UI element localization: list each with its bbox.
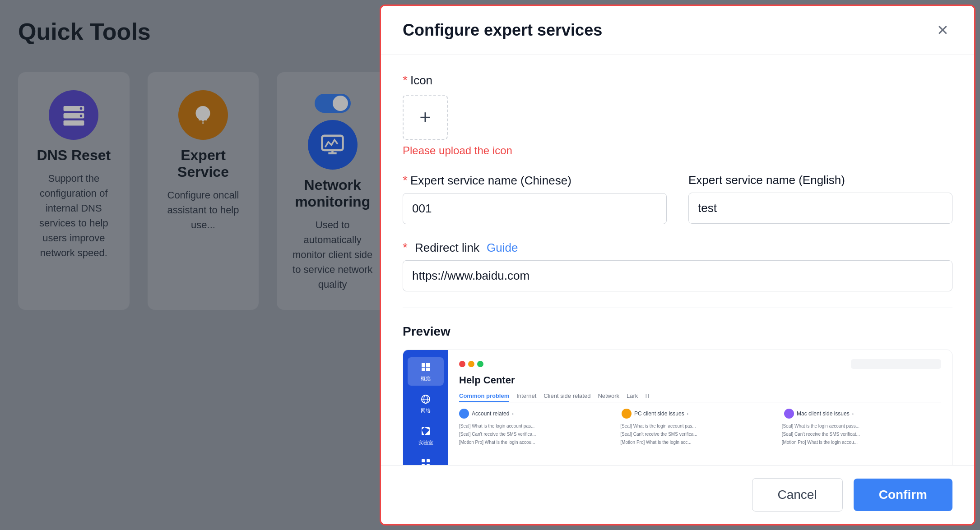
icon-upload-box[interactable]: + (403, 95, 448, 140)
preview-label: Preview (403, 324, 952, 339)
preview-item-2: [Seal] What is the login account pas... (620, 423, 780, 429)
preview-sidebar-icon-3 (419, 425, 432, 438)
preview-item-6: [Seal] Can't receive the SMS verificat..… (782, 431, 941, 438)
preview-tab-common: Common problem (459, 391, 509, 402)
redirect-section: * Redirect link Guide (403, 240, 952, 291)
preview-cat-arrow-1: › (512, 411, 513, 416)
dot-yellow (468, 361, 474, 367)
cancel-button[interactable]: Cancel (752, 478, 843, 512)
upload-error-text: Please upload the icon (403, 144, 952, 157)
preview-item-7: [Motion Pro] What is the login accou... (459, 439, 618, 446)
icon-label-text: Icon (410, 74, 432, 88)
preview-item-1: [Seal] What is the login account pas... (459, 423, 618, 429)
preview-window: 概览 网络 实验室 软 (403, 350, 952, 465)
modal-header: Configure expert services ✕ (381, 6, 974, 55)
preview-sidebar-item-2: 网络 (408, 389, 444, 418)
redirect-label-text: Redirect link (415, 241, 479, 255)
preview-item-9: [Motion Pro] What is the login accou... (782, 439, 941, 446)
preview-sidebar-text-2: 网络 (421, 407, 431, 414)
preview-cat-arrow-2: › (687, 411, 688, 416)
names-row: * Expert service name (Chinese) Expert s… (403, 173, 952, 224)
dot-red (459, 361, 465, 367)
preview-sidebar-text-1: 概览 (421, 375, 431, 382)
preview-category-1: Account related › (459, 409, 616, 419)
preview-sidebar-icon-1 (419, 361, 432, 373)
preview-item-3: [Seal] What is the login account pass... (782, 423, 941, 429)
preview-category-3: Mac client side issues › (784, 409, 941, 419)
preview-tab-network: Network (598, 391, 619, 402)
upload-plus-icon: + (419, 106, 431, 129)
preview-tabs: Common problem Internet Client side rela… (459, 391, 941, 402)
modal-footer: Cancel Confirm (381, 465, 974, 524)
confirm-button[interactable]: Confirm (854, 479, 952, 511)
preview-dots (459, 361, 483, 367)
modal-title: Configure expert services (403, 21, 602, 40)
name-cn-label: * Expert service name (Chinese) (403, 173, 667, 188)
close-button[interactable]: ✕ (933, 20, 952, 40)
configure-modal: Configure expert services ✕ * Icon + Ple… (380, 5, 975, 525)
preview-items: [Seal] What is the login account pas... … (459, 423, 941, 446)
name-en-input[interactable] (688, 193, 952, 224)
preview-item-4: [Seal] Can't receive the SMS verifica... (459, 431, 618, 438)
preview-cat-icon-2 (622, 409, 632, 419)
preview-item-8: [Motion Pro] What is the login acc... (620, 439, 780, 446)
preview-cat-arrow-3: › (852, 411, 854, 416)
name-cn-label-text: Expert service name (Chinese) (410, 174, 571, 188)
guide-link[interactable]: Guide (487, 241, 518, 255)
preview-main: Help Center Common problem Internet Clie… (448, 350, 952, 465)
preview-sidebar: 概览 网络 实验室 软 (403, 350, 448, 465)
preview-cat-icon-3 (784, 409, 794, 419)
required-star-icon: * (403, 73, 408, 88)
required-star-redirect: * (403, 240, 408, 255)
preview-search-bar (851, 359, 941, 369)
preview-tab-internet: Internet (516, 391, 536, 402)
preview-help-title: Help Center (459, 374, 941, 386)
name-en-label: Expert service name (English) (688, 173, 952, 187)
preview-sidebar-item-4: 软件库 (408, 453, 444, 465)
preview-cat-text-1: Account related (472, 410, 509, 417)
name-cn-input[interactable] (403, 193, 667, 224)
svg-rect-11 (422, 459, 425, 462)
redirect-input[interactable] (403, 260, 952, 291)
dot-green (477, 361, 483, 367)
preview-category-2: PC client side issues › (622, 409, 779, 419)
preview-sidebar-text-3: 实验室 (418, 439, 433, 446)
preview-sidebar-icon-2 (419, 393, 432, 406)
modal-body: * Icon + Please upload the icon * Expert… (381, 55, 974, 465)
name-cn-group: * Expert service name (Chinese) (403, 173, 667, 224)
redirect-label-row: * Redirect link Guide (403, 240, 952, 255)
preview-tab-it: IT (645, 391, 650, 402)
preview-cat-text-3: Mac client side issues (797, 410, 850, 417)
preview-item-5: [Seal] Can't receive the SMS verifica... (620, 431, 780, 438)
icon-field-label: * Icon (403, 73, 952, 88)
preview-tab-client: Client side related (543, 391, 590, 402)
icon-section: * Icon + Please upload the icon (403, 73, 952, 157)
preview-categories: Account related › PC client side issues … (459, 409, 941, 419)
preview-cat-text-2: PC client side issues (634, 410, 684, 417)
preview-titlebar (459, 359, 941, 369)
svg-rect-12 (427, 459, 430, 462)
divider (403, 308, 952, 308)
name-en-group: Expert service name (English) (688, 173, 952, 224)
required-star-cn: * (403, 173, 408, 188)
preview-tab-lark: Lark (627, 391, 638, 402)
preview-sidebar-item-1: 概览 (408, 357, 444, 386)
preview-sidebar-icon-4 (419, 457, 432, 465)
preview-sidebar-item-3: 实验室 (408, 421, 444, 450)
preview-cat-icon-1 (459, 409, 469, 419)
